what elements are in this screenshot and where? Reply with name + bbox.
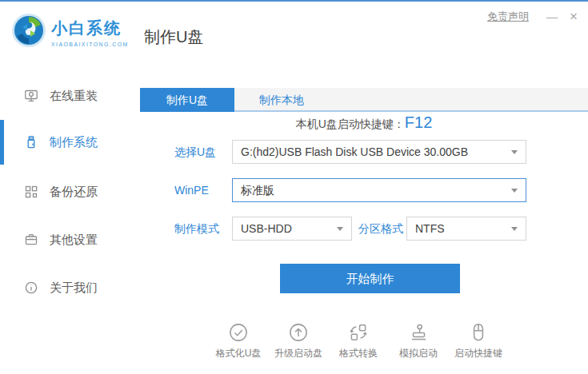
partition-select-value: NTFS: [415, 222, 445, 235]
usb-drive-icon: [24, 135, 38, 149]
settings-toolbox-icon: [24, 233, 38, 247]
format-convert-icon: [347, 321, 370, 344]
format-usb-icon: [227, 321, 250, 344]
sidebar-item-label: 备份还原: [50, 185, 98, 200]
boot-hotkey-icon: [467, 321, 490, 344]
sidebar-item-backup-restore[interactable]: 备份还原: [0, 182, 140, 201]
winpe-select-label: WinPE: [174, 178, 209, 202]
sidebar-item-label: 在线重装: [50, 89, 98, 104]
tool-upgrade-bootdisk[interactable]: 升级启动盘: [273, 321, 324, 360]
tab-strip: 制作U盘 制作本地: [140, 88, 588, 112]
sidebar-item-about-us[interactable]: 关于我们: [0, 278, 140, 297]
chevron-down-icon: [511, 189, 518, 193]
brand-domain: XIAOBAIXITONG.COM: [51, 42, 129, 47]
minimize-icon[interactable]: —: [542, 10, 562, 23]
usb-select-label: 选择U盘: [174, 140, 216, 164]
upgrade-bootdisk-icon: [287, 321, 310, 344]
start-make-button[interactable]: 开始制作: [280, 264, 460, 293]
partition-select-label: 分区格式: [358, 217, 403, 241]
sidebar-item-label: 其他设置: [50, 233, 98, 248]
page-title: 制作U盘: [144, 26, 203, 48]
sidebar-item-other-settings[interactable]: 其他设置: [0, 230, 140, 249]
tool-label: 升级启动盘: [274, 347, 322, 360]
brand-block: 小白系统 XIAOBAIXITONG.COM: [51, 18, 129, 47]
backup-restore-icon: [24, 185, 38, 199]
tool-label: 启动快捷键: [454, 347, 502, 360]
partition-select-dropdown[interactable]: NTFS: [406, 217, 526, 241]
boot-hotkey-line: 本机U盘启动快捷键：F12: [140, 113, 588, 132]
mode-select-dropdown[interactable]: USB-HDD: [232, 217, 352, 241]
usb-select-value: G:(hd2)USB Flash Disk USB Device 30.00GB: [241, 145, 468, 158]
tab-make-local[interactable]: 制作本地: [234, 88, 329, 112]
disclaimer-link[interactable]: 免责声明: [487, 10, 529, 24]
boot-hotkey-value: F12: [405, 113, 432, 131]
info-icon: [24, 280, 38, 295]
winpe-select-dropdown[interactable]: 标准版: [232, 178, 526, 202]
bottom-toolbar: 格式化U盘 升级启动盘 格式转换: [134, 321, 582, 360]
app-window: 免责声明 — × 小白系统 XIAOBAIXITONG.COM 制作U盘 在线重…: [0, 0, 588, 374]
chevron-down-icon: [337, 227, 343, 231]
usb-select-dropdown[interactable]: G:(hd2)USB Flash Disk USB Device 30.00GB: [232, 140, 526, 164]
window-accent-line: [0, 0, 588, 2]
winpe-select-value: 标准版: [241, 184, 274, 197]
boot-hotkey-label: 本机U盘启动快捷键：: [296, 117, 405, 130]
simulate-boot-icon: [407, 321, 430, 344]
mode-select-label: 制作模式: [174, 217, 219, 241]
close-icon[interactable]: ×: [562, 9, 585, 25]
tool-format-convert[interactable]: 格式转换: [333, 321, 384, 360]
brand-name: 小白系统: [51, 18, 129, 39]
window-controls: 免责声明 — ×: [487, 9, 585, 25]
sidebar-item-label: 制作系统: [50, 135, 98, 150]
online-reinstall-icon: [24, 89, 38, 103]
chevron-down-icon: [511, 227, 518, 231]
app-logo-icon: [11, 13, 46, 48]
tool-label: 格式转换: [339, 347, 378, 360]
tool-label: 格式化U盘: [216, 347, 262, 360]
mode-select-value: USB-HDD: [241, 222, 292, 235]
sidebar-item-online-reinstall[interactable]: 在线重装: [0, 86, 140, 105]
chevron-down-icon: [511, 150, 518, 154]
tab-make-usb[interactable]: 制作U盘: [140, 88, 234, 112]
tool-format-usb[interactable]: 格式化U盘: [213, 321, 264, 360]
sidebar-item-make-system[interactable]: 制作系统: [0, 133, 140, 152]
tool-label: 模拟启动: [399, 347, 438, 360]
tool-simulate-boot[interactable]: 模拟启动: [393, 321, 444, 360]
sidebar-item-label: 关于我们: [50, 280, 98, 296]
tool-boot-hotkey[interactable]: 启动快捷键: [453, 321, 504, 360]
